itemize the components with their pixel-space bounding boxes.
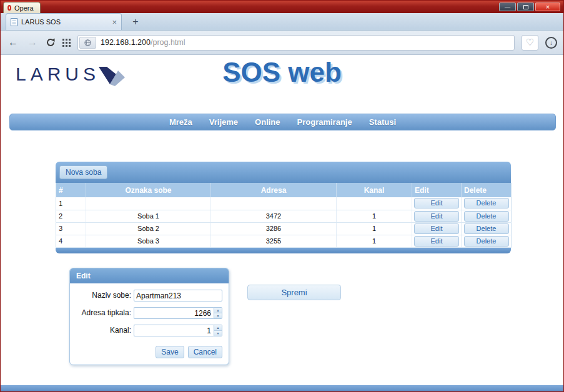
cell-num: 3 (56, 222, 86, 235)
table-row: 4 Soba 3 3255 1 Edit Delete (56, 235, 512, 247)
nav-item-programiranje[interactable]: Programiranje (297, 117, 352, 127)
cell-address: 3472 (211, 210, 337, 222)
nav-item-online[interactable]: Online (255, 117, 280, 127)
download-button[interactable]: ↓ (545, 37, 557, 49)
tab-close-icon[interactable]: × (112, 17, 117, 27)
row-edit-button[interactable]: Edit (414, 198, 459, 208)
channel-input[interactable] (134, 325, 214, 336)
cell-name: Soba 3 (86, 235, 211, 247)
edit-dialog: Edit Naziv sobe: Adresa tipkala: ▲ ▼ (69, 268, 229, 365)
cell-name (86, 197, 211, 210)
button-address-input[interactable] (134, 307, 214, 319)
col-header-kanal: Kanal (337, 183, 412, 197)
address-spinner: ▲ ▼ (214, 307, 222, 319)
url-path: /prog.html (151, 38, 186, 47)
new-tab-button[interactable]: + (127, 15, 144, 29)
row-edit-button[interactable]: Edit (414, 236, 459, 247)
row-edit-button[interactable]: Edit (414, 211, 459, 222)
row-delete-button[interactable]: Delete (464, 198, 509, 208)
table-footer-bar (56, 248, 511, 253)
spremi-button[interactable]: Spremi (247, 285, 341, 300)
nav-item-vrijeme[interactable]: Vrijeme (209, 117, 238, 127)
page-icon (11, 18, 17, 26)
nav-item-statusi[interactable]: Statusi (369, 117, 396, 127)
row-delete-button[interactable]: Delete (464, 223, 509, 234)
cell-channel (337, 197, 412, 210)
page-title: SOS web (1, 57, 563, 88)
page-content: LARUS SOS web Mreža Vrijeme Online Progr… (1, 55, 563, 391)
cell-address: 3286 (211, 222, 337, 235)
table-row: 3 Soba 2 3286 1 Edit Delete (56, 222, 512, 235)
reload-icon[interactable] (46, 37, 56, 47)
col-header-oznaka: Oznaka sobe (86, 183, 211, 197)
col-header-num: # (56, 183, 86, 197)
spinner-down-icon[interactable]: ▼ (214, 313, 222, 318)
cancel-button[interactable]: Cancel (188, 346, 222, 358)
cell-address: 3255 (211, 235, 337, 247)
address-bar: ← → 192.168.1.200/prog.html ♡ ↓ (1, 31, 563, 55)
opera-menu-label: Opera (14, 4, 34, 12)
page-footer-bar (1, 385, 563, 391)
spinner-up-icon[interactable]: ▲ (214, 325, 222, 330)
table-row: 1 Edit Delete (56, 197, 512, 210)
maximize-icon (523, 5, 528, 9)
tab-bar: LARUS SOS × + (1, 13, 563, 31)
cell-name: Soba 1 (86, 210, 211, 222)
forward-button[interactable]: → (26, 37, 39, 47)
channel-label: Kanal: (76, 326, 131, 335)
room-name-input[interactable] (134, 290, 222, 301)
col-header-adresa: Adresa (211, 183, 337, 197)
window-controls: — × (499, 2, 560, 11)
table-caption-bar: Nova soba (56, 162, 511, 183)
close-button[interactable]: × (535, 2, 560, 11)
channel-spinner: ▲ ▼ (214, 325, 222, 336)
cell-num: 2 (56, 210, 86, 222)
cell-channel: 1 (337, 222, 412, 235)
table-row: 2 Soba 1 3472 1 Edit Delete (56, 210, 512, 222)
browser-window: Opera — × LARUS SOS × + ← → (0, 0, 564, 392)
site-security-badge-icon[interactable] (79, 37, 96, 49)
cell-num: 1 (56, 197, 86, 210)
cell-channel: 1 (337, 235, 412, 247)
spinner-down-icon[interactable]: ▼ (214, 330, 222, 336)
nav-item-mreza[interactable]: Mreža (169, 117, 192, 127)
rooms-table: Nova soba # Oznaka sobe Adresa Kanal Edi… (56, 162, 511, 253)
cell-num: 4 (56, 235, 86, 247)
titlebar: Opera — × (1, 1, 563, 13)
room-name-label: Naziv sobe: (76, 291, 131, 300)
cell-address (211, 197, 337, 210)
opera-menu-button[interactable]: Opera (3, 2, 41, 13)
main-navigation: Mreža Vrijeme Online Programiranje Statu… (9, 114, 556, 130)
cell-name: Soba 2 (86, 222, 211, 235)
maximize-button[interactable] (517, 2, 534, 11)
row-delete-button[interactable]: Delete (464, 236, 509, 247)
button-address-label: Adresa tipkala: (76, 308, 131, 318)
row-edit-button[interactable]: Edit (414, 223, 459, 234)
new-room-button[interactable]: Nova soba (59, 165, 107, 179)
opera-logo-icon (7, 5, 11, 11)
save-button[interactable]: Save (156, 346, 184, 358)
row-delete-button[interactable]: Delete (464, 211, 509, 222)
table-header-row: # Oznaka sobe Adresa Kanal Edit Delete (56, 183, 512, 197)
col-header-edit: Edit (412, 183, 462, 197)
speed-dial-grid-icon[interactable] (62, 39, 71, 47)
col-header-delete: Delete (462, 183, 512, 197)
edit-dialog-title: Edit (70, 268, 229, 283)
bookmark-heart-icon[interactable]: ♡ (522, 35, 538, 51)
minimize-button[interactable]: — (499, 2, 516, 11)
address-field[interactable]: 192.168.1.200/prog.html (77, 35, 515, 51)
back-button[interactable]: ← (7, 37, 19, 47)
cell-channel: 1 (337, 210, 412, 222)
spinner-up-icon[interactable]: ▲ (214, 308, 222, 313)
url-host: 192.168.1.200 (101, 38, 151, 47)
tab-larus-sos[interactable]: LARUS SOS × (6, 13, 122, 30)
tab-title: LARUS SOS (21, 18, 61, 26)
